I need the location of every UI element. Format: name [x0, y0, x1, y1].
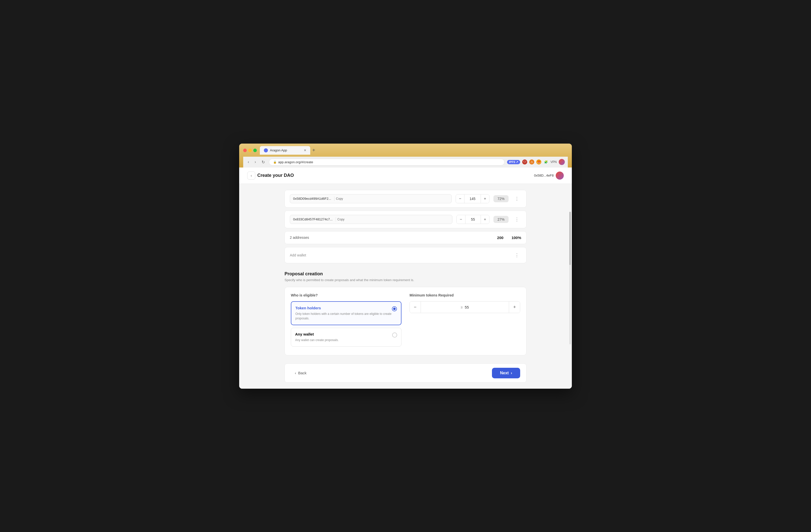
percent-badge-2: 27% — [493, 216, 508, 223]
min-tokens-minus-btn[interactable]: − — [410, 301, 421, 313]
token-holders-radio[interactable] — [392, 306, 397, 311]
percent-badge-1: 72% — [493, 195, 508, 202]
proposal-card: Who is eligible? Token holders Only toke… — [285, 287, 526, 356]
summary-total-percent: 100% — [511, 236, 521, 240]
address-text-1: 0x58D09ecd499A1d6F2... — [293, 197, 331, 201]
back-label: Back — [298, 371, 306, 375]
browser-extensions: IPFS ↗ 🛡 ⚠ 🦊 🧩 VPN — [507, 159, 565, 165]
eligibility-label: Who is eligible? — [291, 293, 401, 297]
address-input-1: 0x58D09ecd499A1d6F2... Copy — [290, 194, 452, 203]
min-tokens-display: ≥ 55 — [421, 302, 509, 312]
add-wallet-row[interactable]: Add wallet ⋮ — [285, 247, 526, 263]
ipfs-badge[interactable]: IPFS ↗ — [507, 160, 520, 164]
summary-values: 200 100% — [497, 236, 521, 240]
stepper-2: − 55 + — [456, 215, 489, 224]
stepper-plus-2[interactable]: + — [480, 215, 489, 224]
back-nav-button[interactable]: ‹ — [246, 159, 250, 165]
tab-bar: Aragon App × + — [260, 146, 315, 155]
any-wallet-description: Any wallet can create proposals. — [295, 338, 392, 342]
min-tokens-value: 55 — [465, 305, 469, 309]
close-traffic-light[interactable] — [243, 148, 247, 152]
next-icon: › — [511, 371, 512, 375]
minimize-traffic-light[interactable] — [248, 148, 252, 152]
scrollbar-thumb[interactable] — [569, 212, 571, 265]
main-content: 0x58D09ecd499A1d6F2... Copy − 145 + 72% … — [239, 184, 572, 389]
warning-ext-icon[interactable]: ⚠ — [529, 159, 534, 165]
gte-symbol: ≥ — [461, 305, 463, 309]
page-content: ‹ Create your DAO 0x58D...4eF8 0x58D09ec… — [239, 168, 572, 389]
user-badge: 0x58D...4eF8 — [534, 172, 564, 179]
token-holders-title: Token holders — [295, 306, 392, 310]
min-tokens-plus-btn[interactable]: + — [509, 301, 520, 313]
minimum-tokens-column: Minimum tokens Required − ≥ 55 + — [410, 293, 520, 349]
summary-total-amount: 200 — [497, 236, 504, 240]
puzzle-ext-icon[interactable]: 🧩 — [544, 159, 548, 165]
summary-label: 2 addresses — [290, 236, 309, 239]
page-header: ‹ Create your DAO 0x58D...4eF8 — [239, 168, 572, 184]
any-wallet-option[interactable]: Any wallet Any wallet can create proposa… — [291, 328, 401, 347]
copy-button-2[interactable]: Copy — [336, 217, 346, 222]
any-wallet-content: Any wallet Any wallet can create proposa… — [295, 332, 392, 342]
minimum-tokens-label: Minimum tokens Required — [410, 293, 520, 297]
forward-nav-button[interactable]: › — [253, 159, 257, 165]
any-wallet-radio[interactable] — [392, 332, 397, 338]
next-label: Next — [500, 371, 509, 375]
token-holders-description: Only token holders with a certain number… — [295, 312, 392, 320]
shield-ext-icon[interactable]: 🛡 — [522, 159, 527, 165]
tab-close-icon[interactable]: × — [304, 148, 306, 153]
token-row-1: 0x58D09ecd499A1d6F2... Copy − 145 + 72% … — [285, 190, 526, 207]
section-title: Proposal creation — [285, 271, 526, 277]
scrollbar[interactable] — [569, 212, 571, 344]
traffic-lights — [243, 148, 257, 152]
fox-ext-icon[interactable]: 🦊 — [536, 159, 541, 165]
stepper-value-2: 55 — [465, 215, 480, 223]
stepper-plus-1[interactable]: + — [480, 194, 489, 203]
fullscreen-traffic-light[interactable] — [253, 148, 257, 152]
copy-button-1[interactable]: Copy — [334, 197, 345, 201]
browser-chrome: Aragon App × + ‹ › ↻ 🔒 app.aragon.org/#/… — [239, 144, 572, 168]
user-avatar[interactable] — [556, 172, 564, 179]
eligibility-column: Who is eligible? Token holders Only toke… — [291, 293, 401, 349]
token-holders-option[interactable]: Token holders Only token holders with a … — [291, 301, 401, 325]
stepper-minus-2[interactable]: − — [457, 215, 465, 224]
address-text-2: 0x833Cd8457F481274c7... — [293, 217, 333, 221]
stepper-1: − 145 + — [456, 194, 489, 203]
address-input-2: 0x833Cd8457F481274c7... Copy — [290, 215, 453, 224]
add-wallet-more-btn[interactable]: ⋮ — [512, 251, 521, 259]
new-tab-icon[interactable]: + — [312, 147, 315, 153]
min-tokens-stepper: − ≥ 55 + — [410, 301, 520, 313]
address-bar-row: ‹ › ↻ 🔒 app.aragon.org/#/create IPFS ↗ 🛡… — [243, 157, 568, 168]
browser-user-avatar[interactable] — [559, 159, 565, 165]
token-row-2: 0x833Cd8457F481274c7... Copy − 55 + 27% … — [285, 210, 526, 228]
title-bar: Aragon App × + — [243, 146, 568, 155]
lock-icon: 🔒 — [273, 160, 277, 164]
token-holders-content: Token holders Only token holders with a … — [295, 306, 392, 320]
summary-row: 2 addresses 200 100% — [285, 231, 526, 244]
next-button[interactable]: Next › — [492, 368, 520, 378]
tab-title: Aragon App — [270, 148, 287, 152]
user-address: 0x58D...4eF8 — [534, 174, 554, 177]
header-back-icon: ‹ — [251, 174, 252, 177]
section-subtitle: Specify who is permitted to create propo… — [285, 278, 526, 282]
proposal-creation-section: Proposal creation Specify who is permitt… — [285, 271, 526, 356]
back-button[interactable]: ‹ Back — [291, 368, 310, 378]
refresh-button[interactable]: ↻ — [260, 159, 266, 165]
back-icon: ‹ — [295, 371, 296, 375]
url-text: app.aragon.org/#/create — [278, 160, 313, 164]
any-wallet-title: Any wallet — [295, 332, 392, 336]
browser-window: Aragon App × + ‹ › ↻ 🔒 app.aragon.org/#/… — [239, 144, 572, 389]
bottom-navigation: ‹ Back Next › — [285, 363, 526, 382]
back-navigation[interactable]: ‹ Create your DAO — [247, 172, 294, 179]
tab-favicon — [264, 148, 268, 152]
vpn-label: VPN — [550, 160, 557, 164]
page-title: Create your DAO — [257, 173, 294, 178]
address-bar[interactable]: 🔒 app.aragon.org/#/create — [269, 159, 505, 166]
stepper-value-1: 145 — [464, 195, 480, 203]
stepper-minus-1[interactable]: − — [456, 194, 464, 203]
more-menu-1[interactable]: ⋮ — [512, 195, 521, 203]
browser-tab-aragon[interactable]: Aragon App × — [260, 146, 310, 155]
header-back-button[interactable]: ‹ — [247, 172, 255, 179]
more-menu-2[interactable]: ⋮ — [512, 216, 521, 223]
add-wallet-label: Add wallet — [290, 253, 306, 257]
